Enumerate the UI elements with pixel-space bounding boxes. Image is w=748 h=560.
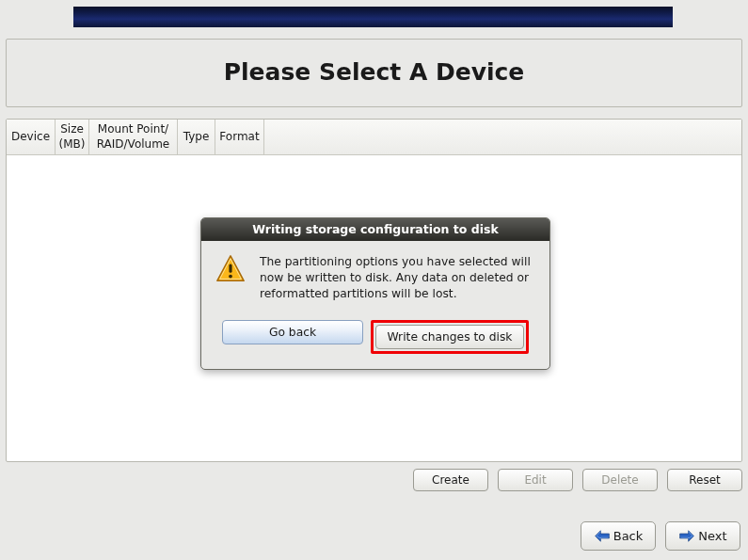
warning-icon <box>215 254 247 284</box>
column-size[interactable]: Size (MB) <box>56 120 89 154</box>
top-banner <box>73 7 673 27</box>
back-label: Back <box>613 529 644 543</box>
dialog-body: The partitioning options you have select… <box>201 241 549 311</box>
back-button[interactable]: Back <box>581 521 656 551</box>
delete-button: Delete <box>582 469 658 491</box>
table-header: Device Size (MB) Mount Point/ RAID/Volum… <box>7 120 741 155</box>
edit-button: Edit <box>498 469 573 491</box>
create-button[interactable]: Create <box>413 469 488 491</box>
go-back-button[interactable]: Go back <box>222 320 363 344</box>
write-changes-button[interactable]: Write changes to disk <box>375 325 524 349</box>
column-mount[interactable]: Mount Point/ RAID/Volume <box>89 120 178 154</box>
back-arrow-icon <box>594 529 611 543</box>
dialog-message: The partitioning options you have select… <box>260 254 538 303</box>
confirm-dialog: Writing storage configuration to disk Th… <box>200 217 550 370</box>
page-title: Please Select A Device <box>7 40 741 106</box>
action-bar: Create Edit Delete Reset <box>413 469 742 491</box>
next-label: Next <box>698 529 726 543</box>
dialog-title: Writing storage configuration to disk <box>201 218 549 241</box>
column-format[interactable]: Format <box>215 120 264 154</box>
reset-button[interactable]: Reset <box>667 469 742 491</box>
svg-rect-0 <box>229 264 231 272</box>
nav-bar: Back Next <box>581 521 740 551</box>
column-type[interactable]: Type <box>178 120 215 154</box>
next-button[interactable]: Next <box>665 521 740 551</box>
main-panel: Please Select A Device <box>6 39 742 107</box>
svg-point-1 <box>229 275 232 279</box>
highlight-box: Write changes to disk <box>371 320 529 354</box>
column-empty <box>264 120 741 154</box>
column-device[interactable]: Device <box>7 120 56 154</box>
dialog-buttons: Go back Write changes to disk <box>201 311 549 369</box>
next-arrow-icon <box>678 529 695 543</box>
